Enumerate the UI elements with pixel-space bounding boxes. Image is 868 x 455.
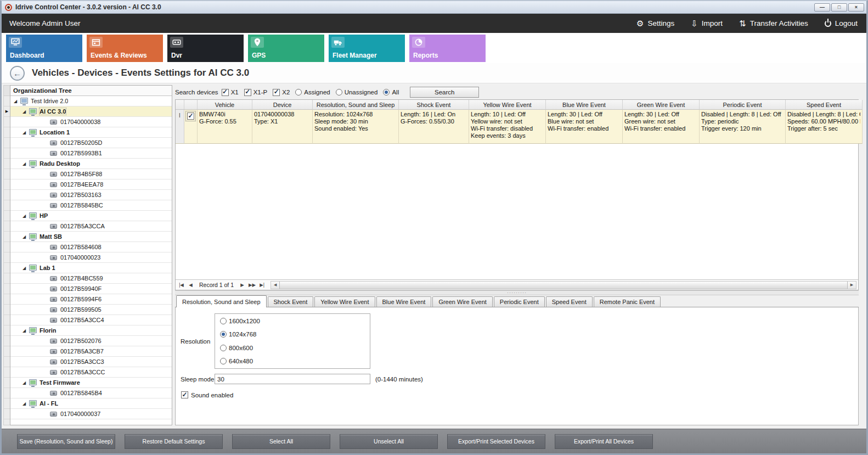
tree-item-00127b5a3cc4[interactable]: 00127B5A3CC4 <box>10 315 172 325</box>
tree-item-00127b59940f[interactable]: 00127B59940F <box>10 284 172 294</box>
expand-icon[interactable]: ◢ <box>22 266 29 271</box>
expand-icon[interactable]: ◢ <box>22 401 29 406</box>
tile-gps[interactable]: GPS <box>248 35 324 62</box>
tree-item-00127b5845bc[interactable]: 00127B5845BC <box>10 200 172 211</box>
tile-dashboard[interactable]: Dashboard <box>6 35 82 62</box>
prev-record-button[interactable]: ◀ <box>187 282 195 288</box>
tree-item-00127b503163[interactable]: 00127B503163 <box>10 190 172 200</box>
resolution-option-1600x1200[interactable]: 1600x1200 <box>220 318 365 324</box>
device-grid-row[interactable]: IBMW740iG-Force: 0.55017040000038Type: X… <box>176 110 858 144</box>
filter-x2[interactable]: X2 <box>273 89 290 96</box>
expand-icon[interactable]: ◢ <box>22 234 29 239</box>
expand-icon[interactable]: ◢ <box>14 99 20 104</box>
tree-item-radu-desktop[interactable]: ◢Radu Desktop <box>10 159 172 169</box>
resolution-option-1024x768[interactable]: 1024x768 <box>220 331 365 338</box>
column-header-resolution-sound-and-sleep[interactable]: Resolution, Sound and Sleep <box>313 100 399 110</box>
logout-button[interactable]: Logout <box>825 19 858 27</box>
tree-item-00127b502076[interactable]: 00127B502076 <box>10 336 172 346</box>
tile-events-reviews[interactable]: Events & Reviews <box>87 35 163 62</box>
expand-icon[interactable]: ◢ <box>22 214 29 218</box>
maximize-button[interactable]: □ <box>831 3 847 12</box>
scrollbar-thumb[interactable] <box>279 282 848 289</box>
tree-item-00127b50205d[interactable]: 00127B50205D <box>10 138 172 148</box>
tab-shock-event[interactable]: Shock Event <box>268 296 314 307</box>
panel-splitter[interactable] <box>175 290 859 295</box>
unselect-all-button[interactable]: Unselect All <box>340 434 438 449</box>
tree-item-lab-1[interactable]: ◢Lab 1 <box>10 263 172 273</box>
sound-enabled-option[interactable]: Sound enabled <box>181 391 858 398</box>
tree-item-00127b4eea78[interactable]: 00127B4EEA78 <box>10 179 172 190</box>
expand-icon[interactable]: ◢ <box>22 380 29 385</box>
column-header-device[interactable]: Device <box>252 100 313 110</box>
tree-item-017040000037[interactable]: 017040000037 <box>10 409 172 419</box>
back-button[interactable]: ← <box>10 66 25 81</box>
scroll-right-icon[interactable]: ▶ <box>848 282 856 289</box>
tab-yellow-wire-event[interactable]: Yellow Wire Event <box>314 296 375 307</box>
tab-blue-wire-event[interactable]: Blue Wire Event <box>376 296 432 307</box>
last-record-button[interactable]: ▶| <box>258 282 266 288</box>
expand-icon[interactable]: ◢ <box>22 109 29 114</box>
tree-item-test-idrive-2-0[interactable]: ◢Test Idrive 2.0 <box>10 96 172 106</box>
tile-dvr[interactable]: Dvr <box>167 35 244 62</box>
tree-item-00127b5993b1[interactable]: 00127B5993B1 <box>10 148 172 159</box>
expand-icon[interactable]: ◢ <box>22 328 29 333</box>
row-checkbox-cell[interactable] <box>184 110 198 144</box>
filter-x1[interactable]: X1 <box>222 89 239 96</box>
filter-unassigned[interactable]: Unassigned <box>336 89 378 96</box>
tree-item-00127b5a3cc3[interactable]: 00127B5A3CC3 <box>10 357 172 367</box>
import-button[interactable]: ⇩ Import <box>691 19 723 27</box>
scroll-left-icon[interactable]: ◀ <box>271 282 279 289</box>
column-header-vehicle[interactable]: Vehicle <box>198 100 252 110</box>
tree-item-00127b5994f6[interactable]: 00127B5994F6 <box>10 294 172 305</box>
filter-all[interactable]: All <box>383 89 399 96</box>
first-record-button[interactable]: |◀ <box>177 282 185 288</box>
tile-reports[interactable]: Reports <box>409 35 486 62</box>
tree-item-00127b5a3cca[interactable]: 00127B5A3CCA <box>10 221 172 232</box>
tab-speed-event[interactable]: Speed Event <box>546 296 593 307</box>
tree-item-al-cc-3-0[interactable]: ◢Al CC 3.0 <box>10 106 172 117</box>
tab-resolution-sound-and-sleep[interactable]: Resolution, Sound and Sleep <box>176 295 267 307</box>
horizontal-scrollbar[interactable]: ◀ ▶ <box>270 281 856 289</box>
tree-item-al-fl[interactable]: ◢Al - FL <box>10 398 172 409</box>
tree-item-florin[interactable]: ◢Florin <box>10 325 172 336</box>
expand-icon[interactable]: ◢ <box>22 130 29 135</box>
minimize-button[interactable]: — <box>814 3 830 12</box>
tile-fleet-manager[interactable]: Fleet Manager <box>329 35 405 62</box>
column-header-green-wire-event[interactable]: Green Wire Event <box>623 100 700 110</box>
transfer-activities-button[interactable]: ⇅ Transfer Activities <box>739 19 808 27</box>
row-select-checkbox[interactable] <box>187 113 194 120</box>
next-record-button[interactable]: ▶ <box>238 282 246 288</box>
column-header-yellow-wire-event[interactable]: Yellow Wire Event <box>469 100 546 110</box>
column-header-speed-event[interactable]: Speed Event <box>786 100 863 110</box>
tree-item-00127b4bc559[interactable]: 00127B4BC559 <box>10 273 172 284</box>
tree-item-017040000023[interactable]: 017040000023 <box>10 252 172 263</box>
close-button[interactable]: × <box>848 3 864 12</box>
tree-item-00127b599505[interactable]: 00127B599505 <box>10 305 172 315</box>
select-all-button[interactable]: Select All <box>232 434 330 449</box>
column-header-shock-event[interactable]: Shock Event <box>399 100 469 110</box>
tree-item-00127b5845b4[interactable]: 00127B5845B4 <box>10 388 172 398</box>
export-print-selected-devices-button[interactable]: Export/Print Selected Devices <box>447 434 545 449</box>
sound-enabled-checkbox[interactable] <box>181 391 188 398</box>
tab-green-wire-event[interactable]: Green Wire Event <box>432 296 492 307</box>
tree-item-hp[interactable]: ◢HP <box>10 211 172 221</box>
tree-item-matt-sb[interactable]: ◢Matt SB <box>10 232 172 242</box>
save-resolution-sound-and-sleep-button[interactable]: Save (Resolution, Sound and Sleep) <box>17 434 115 449</box>
settings-button[interactable]: ⚙ Settings <box>636 19 674 27</box>
column-header-periodic-event[interactable]: Periodic Event <box>700 100 786 110</box>
search-button[interactable]: Search <box>410 87 479 98</box>
tree-item-test-firmware[interactable]: ◢Test Firmware <box>10 378 172 388</box>
filter-x1-p[interactable]: X1-P <box>244 89 268 96</box>
next-page-button[interactable]: ▶▶ <box>247 282 257 288</box>
resolution-option-800x600[interactable]: 800x600 <box>220 345 365 351</box>
tree-item-location-1[interactable]: ◢Location 1 <box>10 127 172 138</box>
expand-icon[interactable]: ◢ <box>22 161 29 166</box>
resolution-option-640x480[interactable]: 640x480 <box>220 358 365 364</box>
sleep-mode-input[interactable]: 30 <box>215 374 370 384</box>
export-print-all-devices-button[interactable]: Export/Print All Devices <box>555 434 653 449</box>
tab-periodic-event[interactable]: Periodic Event <box>494 296 545 307</box>
restore-default-settings-button[interactable]: Restore Default Settings <box>125 434 223 449</box>
tree-item-00127b5a3cb7[interactable]: 00127B5A3CB7 <box>10 346 172 357</box>
filter-assigned[interactable]: Assigned <box>295 89 330 96</box>
tree-item-00127b4b5f88[interactable]: 00127B4B5F88 <box>10 169 172 179</box>
